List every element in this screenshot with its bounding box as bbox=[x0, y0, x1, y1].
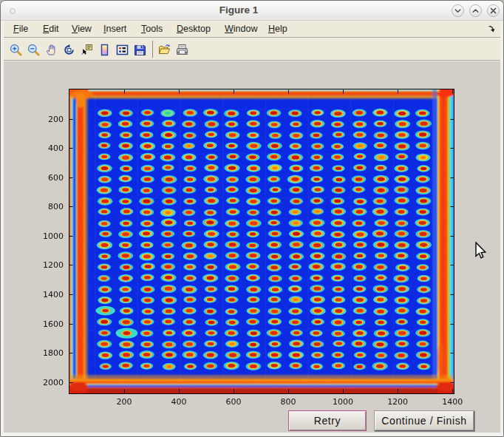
svg-text:800: 800 bbox=[48, 202, 64, 211]
svg-text:600: 600 bbox=[48, 173, 64, 183]
save-figure-icon bbox=[134, 44, 146, 56]
print-figure-button[interactable] bbox=[174, 42, 189, 57]
figure-canvas: 2004006008001000120014002004006008001000… bbox=[4, 61, 502, 434]
data-cursor-icon bbox=[81, 44, 93, 56]
window-controls bbox=[452, 4, 500, 17]
maximize-button[interactable] bbox=[469, 4, 482, 17]
svg-text:1000: 1000 bbox=[43, 231, 64, 241]
insert-colorbar-icon bbox=[98, 44, 111, 56]
figure-toolbar bbox=[4, 38, 502, 61]
titlebar[interactable]: Figure 1 bbox=[1, 1, 503, 21]
menu-window[interactable]: Window bbox=[225, 21, 257, 37]
print-figure-icon bbox=[176, 44, 188, 56]
insert-colorbar-button[interactable] bbox=[97, 42, 112, 57]
svg-text:200: 200 bbox=[117, 397, 132, 407]
svg-text:400: 400 bbox=[48, 143, 64, 153]
window-frame-left bbox=[1, 21, 4, 436]
svg-text:200: 200 bbox=[48, 115, 64, 124]
minimize-button[interactable] bbox=[452, 4, 464, 17]
window-frame-bottom bbox=[1, 433, 503, 436]
menu-mnemonic: I bbox=[103, 24, 106, 34]
dock-figure-icon[interactable] bbox=[488, 25, 496, 33]
window-frame-right bbox=[500, 21, 503, 436]
menu-mnemonic: V bbox=[72, 24, 78, 34]
open-file-button[interactable] bbox=[157, 42, 171, 57]
menu-view[interactable]: View bbox=[72, 21, 92, 37]
menu-insert[interactable]: Insert bbox=[103, 21, 126, 37]
menubar: FileEditViewInsertToolsDesktopWindowHelp bbox=[4, 21, 502, 38]
insert-legend-icon bbox=[116, 44, 129, 56]
menu-edit[interactable]: Edit bbox=[43, 21, 59, 37]
menu-desktop[interactable]: Desktop bbox=[177, 21, 211, 37]
open-file-icon bbox=[158, 44, 171, 56]
menu-file[interactable]: File bbox=[13, 21, 28, 37]
zoom-out-button[interactable] bbox=[26, 42, 41, 57]
svg-text:1200: 1200 bbox=[43, 260, 64, 270]
menu-tools[interactable]: Tools bbox=[141, 21, 163, 37]
svg-text:1200: 1200 bbox=[387, 397, 408, 407]
svg-text:1600: 1600 bbox=[43, 319, 64, 329]
retry-button[interactable]: Retry bbox=[288, 410, 367, 431]
svg-text:600: 600 bbox=[226, 397, 242, 407]
menu-help[interactable]: Help bbox=[268, 21, 287, 37]
close-button[interactable] bbox=[487, 4, 500, 17]
svg-text:1400: 1400 bbox=[442, 397, 463, 407]
rotate-3d-icon bbox=[63, 44, 75, 56]
window-title: Figure 1 bbox=[1, 1, 477, 21]
continue-finish-button[interactable]: Continue / Finish bbox=[374, 410, 474, 431]
menu-mnemonic: H bbox=[268, 24, 275, 34]
insert-legend-button[interactable] bbox=[115, 42, 129, 57]
zoom-in-icon bbox=[10, 44, 22, 56]
chevron-up-icon bbox=[472, 7, 479, 14]
menu-mnemonic: D bbox=[177, 24, 183, 34]
svg-text:2000: 2000 bbox=[43, 378, 64, 387]
menu-mnemonic: E bbox=[43, 24, 49, 34]
svg-text:1000: 1000 bbox=[333, 397, 353, 407]
menu-mnemonic: T bbox=[141, 24, 146, 34]
svg-text:1400: 1400 bbox=[43, 290, 64, 299]
svg-text:400: 400 bbox=[171, 397, 187, 407]
rotate-3d-button[interactable] bbox=[61, 42, 76, 57]
menu-mnemonic: W bbox=[225, 24, 234, 34]
zoom-in-button[interactable] bbox=[8, 42, 23, 57]
toolbar-separator bbox=[152, 41, 153, 58]
save-figure-button[interactable] bbox=[132, 42, 147, 57]
pan-button[interactable] bbox=[44, 42, 58, 57]
heatmap-plot: 2004006008001000120014002004006008001000… bbox=[4, 61, 502, 434]
svg-text:800: 800 bbox=[281, 397, 296, 407]
chevron-down-icon bbox=[454, 7, 461, 14]
data-cursor-button[interactable] bbox=[79, 42, 94, 57]
figure-window: Figure 1 FileEditViewInsertToolsDesktopW… bbox=[0, 0, 504, 437]
close-icon bbox=[490, 7, 497, 14]
zoom-out-icon bbox=[27, 44, 40, 56]
pan-icon bbox=[45, 44, 58, 56]
svg-text:1800: 1800 bbox=[43, 348, 64, 358]
menu-mnemonic: F bbox=[13, 24, 19, 34]
